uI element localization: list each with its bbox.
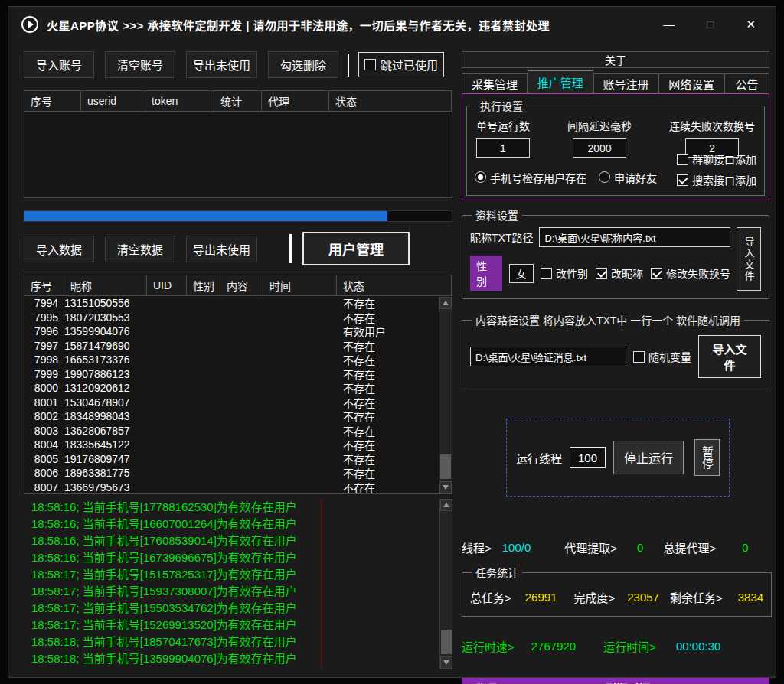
scroll-down-icon[interactable]	[440, 656, 452, 669]
tab[interactable]: 账号注册	[593, 73, 659, 93]
skip-used-checkbox[interactable]	[364, 59, 376, 70]
cell-seq: 7998	[24, 353, 64, 366]
table-row[interactable]: 8003 13628067857 不存在	[24, 424, 439, 438]
table-row[interactable]: 7996 13599904076 有效用户	[24, 324, 439, 339]
users-table-scrollbar[interactable]	[439, 297, 452, 493]
table-row[interactable]: 8001 15304678907 不存在	[24, 396, 439, 410]
profile-checkbox-option[interactable]: 修改失败换号	[651, 265, 730, 281]
scrollbar-track[interactable]	[439, 309, 452, 481]
column-header[interactable]: 昵称	[64, 275, 147, 295]
column-header[interactable]: token	[145, 91, 214, 111]
column-header[interactable]: 时间	[263, 275, 337, 295]
total-proxy-stat-label: 总提代理>	[663, 539, 716, 555]
table-row[interactable]: 8007 13669795673 不存在	[24, 480, 439, 494]
users-table-header: 序号昵称UID性别内容时间状态	[24, 275, 452, 296]
column-header[interactable]: 代理	[262, 91, 329, 111]
scrollbar-thumb[interactable]	[441, 630, 452, 654]
table-row[interactable]: 8004 18335645122 不存在	[24, 438, 439, 452]
random-variable-option[interactable]: 随机变量	[633, 349, 691, 364]
tab[interactable]: 网络设置	[658, 73, 724, 93]
scrollbar-thumb[interactable]	[440, 454, 451, 479]
cell-nick: 19176809747	[64, 453, 147, 465]
scroll-down-icon[interactable]	[439, 481, 452, 493]
import-nick-file-button[interactable]: 导入文件	[737, 227, 761, 291]
exec-field-label: 单号运行数	[476, 118, 530, 133]
thread-count-input[interactable]: 100	[570, 447, 606, 468]
table-row[interactable]: 8006 18963381775 不存在	[24, 466, 439, 480]
profile-checkbox-option[interactable]: 改性别	[541, 265, 588, 281]
scrollbar-track[interactable]	[440, 511, 452, 656]
accounts-toolbar-button[interactable]: 勾选删除	[268, 51, 338, 78]
column-header[interactable]: UID	[147, 275, 187, 295]
table-row[interactable]: 7998 16653173376 不存在	[24, 353, 439, 367]
nick-path-input[interactable]: D:\桌面\火星\昵称内容.txt	[539, 227, 730, 247]
promotion-panel: 执行设置 单号运行数 1 间隔延迟毫秒 2000	[462, 93, 769, 200]
cell-seq: 7999	[24, 368, 64, 380]
accounts-toolbar-button[interactable]: 清空账号	[105, 51, 175, 78]
checkbox-label: 随机变量	[648, 349, 691, 364]
column-header[interactable]: 序号	[24, 91, 81, 111]
total-tasks-value: 26991	[525, 591, 557, 604]
mode-radio-option[interactable]: 申请好友	[599, 170, 657, 185]
users-toolbar-button[interactable]: 清空数据	[105, 236, 175, 262]
column-header[interactable]: 状态	[337, 275, 452, 295]
maximize-button[interactable]: □	[707, 18, 714, 31]
import-content-file-button[interactable]: 导入文件	[698, 335, 761, 378]
cell-nick: 13599904076	[64, 325, 147, 337]
cell-seq: 7997	[24, 340, 64, 352]
about-button[interactable]: 关于	[462, 51, 769, 68]
cell-status: 不存在	[337, 480, 439, 493]
column-header[interactable]: 内容	[220, 275, 263, 295]
log-scrollbar[interactable]	[439, 499, 452, 669]
exec-field: 间隔延迟毫秒 2000	[567, 118, 632, 158]
cell-nick: 15871479690	[64, 340, 147, 352]
scroll-up-icon[interactable]	[439, 297, 452, 309]
profile-checkbox-option[interactable]: 改昵称	[596, 265, 643, 281]
table-row[interactable]: 8000 13120920612 不存在	[24, 381, 439, 396]
gender-select[interactable]: 女	[509, 264, 534, 283]
cell-seq: 8003	[24, 425, 64, 437]
users-toolbar-button[interactable]: 导出未使用	[186, 236, 257, 262]
table-row[interactable]: 8005 19176809747 不存在	[24, 452, 439, 467]
pause-button[interactable]: 暂停	[694, 439, 720, 476]
progress-bar-fill	[24, 211, 387, 221]
checkbox-icon	[677, 174, 688, 186]
skip-used-option[interactable]: 跳过已使用	[358, 52, 444, 77]
stop-button[interactable]: 停止运行	[613, 441, 684, 474]
table-row[interactable]: 7999 19907886123 不存在	[24, 367, 439, 382]
accounts-toolbar-button[interactable]: 导出未使用	[186, 51, 257, 78]
tab[interactable]: 推广管理	[528, 70, 593, 93]
scroll-up-icon[interactable]	[440, 499, 452, 511]
content-path-input[interactable]: D:\桌面\火星\验证消息.txt	[470, 347, 626, 366]
exec-field-input[interactable]: 2000	[573, 138, 626, 158]
interface-checkbox-option[interactable]: 搜索接口添加	[677, 172, 756, 187]
table-row[interactable]: 7995 18072030553 不存在	[24, 311, 439, 325]
column-header[interactable]: 统计	[214, 91, 262, 111]
gender-label: 性别	[470, 256, 502, 291]
users-toolbar-button[interactable]: 导入数据	[24, 236, 94, 262]
tab[interactable]: 公告	[724, 73, 769, 93]
minimize-button[interactable]: —	[663, 18, 675, 31]
user-manage-button[interactable]: 用户管理	[302, 232, 410, 265]
interface-checkbox-option[interactable]: 群聊接口添加	[677, 151, 756, 167]
table-row[interactable]: 7994 13151050556 不存在	[24, 296, 439, 311]
column-header[interactable]: 性别	[187, 275, 220, 295]
cell-nick: 13151050556	[64, 297, 147, 309]
nick-path-label: 昵称TXT路径	[470, 230, 533, 245]
close-button[interactable]: ✕	[746, 18, 756, 31]
run-speed-value: 2767920	[531, 640, 576, 653]
accounts-toolbar-button[interactable]: 导入账号	[24, 51, 94, 78]
cell-nick: 16653173376	[64, 353, 147, 366]
table-row[interactable]: 7997 15871479690 不存在	[24, 339, 439, 353]
table-row[interactable]: 8002 18348998043 不存在	[24, 409, 439, 424]
column-header[interactable]: 状态	[329, 91, 452, 111]
cell-nick: 13120920612	[64, 382, 147, 394]
column-header[interactable]: 序号	[24, 275, 64, 295]
tab[interactable]: 采集管理	[462, 73, 528, 93]
log-line: 18:58:17; 当前手机号[15503534762]为有效存在用户	[31, 600, 439, 617]
remaining-tasks-value: 3834	[738, 591, 763, 604]
mode-radio-option[interactable]: 手机号检存用户存在	[475, 170, 586, 185]
exec-field-input[interactable]: 1	[476, 138, 530, 158]
account-label: 账号:	[475, 680, 502, 684]
column-header[interactable]: userid	[81, 91, 145, 111]
